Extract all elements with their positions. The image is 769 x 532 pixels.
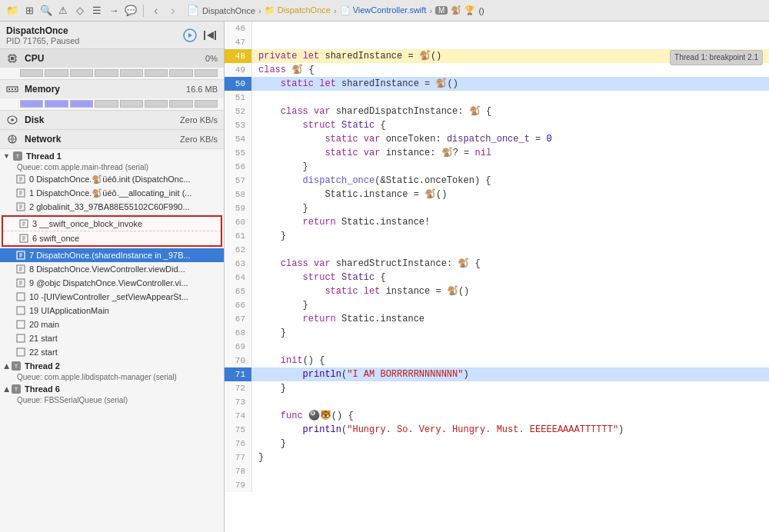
line-num-75: 75 (225, 423, 252, 437)
disk-value: Zero KB/s (180, 115, 218, 125)
arrow-right-icon[interactable]: → (108, 5, 120, 17)
code-line-54: 54 static var onceToken: dispatch_once_t… (225, 132, 769, 146)
warning-icon[interactable]: ⚠ (57, 5, 69, 17)
thread-2-group: ▶ T Thread 2 Queue: com.apple.libdispatc… (0, 359, 224, 382)
code-line-58: 58 Static.instance = 🐒() (225, 188, 769, 201)
main-area: DispatchOnce PID 71765, Paused (0, 22, 769, 532)
cpu-bar-1 (20, 69, 43, 77)
line-content-67: return Static.instance (252, 312, 769, 326)
line-content-62 (252, 243, 769, 257)
line-num-57: 57 (225, 174, 252, 188)
code-line-64: 64 struct Static { (225, 271, 769, 284)
stack-frame-0[interactable]: 0 DispatchOnce.🐒üéô.init (DispatchOnc... (0, 172, 224, 186)
cpu-header[interactable]: CPU 0% (0, 49, 224, 68)
line-num-53: 53 (225, 118, 252, 132)
thread-6-group: ▶ T Thread 6 Queue: FBSSerialQueue (seri… (0, 382, 224, 405)
line-num-74: 74 (225, 409, 252, 423)
breadcrumb-file[interactable]: 📄 ViewController.swift (340, 5, 427, 15)
line-num-73: 73 (225, 395, 252, 409)
line-num-62: 62 (225, 243, 252, 257)
line-num-48: 48 (225, 49, 252, 63)
line-num-63: 63 (225, 257, 252, 271)
memory-bar-5 (120, 100, 143, 108)
stack-frame-19[interactable]: 19 UIApplicationMain (0, 304, 224, 318)
memory-bar-2 (45, 100, 68, 108)
breadcrumb-dispatch-once-1[interactable]: DispatchOnce (202, 6, 255, 15)
diamond-icon[interactable]: ◇ (74, 5, 86, 17)
line-content-46 (252, 22, 769, 35)
line-content-59: } (252, 201, 769, 215)
list-icon[interactable]: ☰ (91, 5, 103, 17)
disk-header[interactable]: Disk Zero KB/s (0, 111, 224, 129)
line-content-70: init() { (252, 354, 769, 367)
cpu-bar-area (0, 68, 224, 79)
memory-bar-4 (95, 100, 118, 108)
grid-icon[interactable]: ⊞ (23, 5, 35, 17)
stack-frame-8[interactable]: 8 DispatchOnce.ViewController.viewDid... (0, 262, 224, 276)
stack-frame-1[interactable]: 1 DispatchOnce.🐒üéô.__allocating_init (.… (0, 186, 224, 200)
stack-frame-22[interactable]: 22 start (0, 345, 224, 359)
memory-header[interactable]: Memory 16.6 MB (0, 80, 224, 98)
thread-6-header[interactable]: ▶ T Thread 6 (0, 382, 224, 396)
line-content-60: return Static.instance! (252, 215, 769, 229)
thread-2-header[interactable]: ▶ T Thread 2 (0, 359, 224, 373)
frame-7-text: 7 DispatchOnce.(sharedInstance in _97B..… (29, 251, 221, 260)
stack-frame-3[interactable]: 3 __swift_once_block_invoke (3, 217, 221, 231)
line-num-77: 77 (225, 451, 252, 464)
frame-9-icon (15, 278, 26, 288)
code-line-63: 63 class var sharedStructInstance: 🐒 { (225, 257, 769, 271)
frame-7-icon (15, 250, 26, 261)
stack-frame-21[interactable]: 21 start (0, 331, 224, 345)
line-num-46: 46 (225, 22, 252, 35)
line-num-78: 78 (225, 464, 252, 478)
breadcrumb-emoji2: 🏆 (464, 5, 475, 15)
line-content-50: static let sharedInstance = 🐒() (252, 77, 769, 91)
line-content-58: Static.instance = 🐒() (252, 188, 769, 201)
back-button[interactable]: ‹ (150, 5, 162, 17)
frame-22-text: 22 start (29, 347, 221, 357)
line-content-69 (252, 340, 769, 354)
frame-19-icon (15, 305, 26, 316)
stack-frame-20[interactable]: 20 main (0, 318, 224, 331)
memory-bar-8 (195, 100, 218, 108)
thread-6-queue: Queue: FBSSerialQueue (serial) (0, 396, 224, 405)
process-name: DispatchOnce (6, 25, 79, 36)
network-section: Network Zero KB/s (0, 130, 224, 149)
line-num-55: 55 (225, 146, 252, 160)
stack-frame-10[interactable]: 10 -[UIViewController _setViewAppearSt..… (0, 290, 224, 304)
stack-frame-9[interactable]: 9 @objc DispatchOnce.ViewController.vi..… (0, 276, 224, 290)
code-line-50: 50 static let sharedInstance = 🐒() (225, 77, 769, 91)
cpu-bar-4 (95, 69, 118, 77)
speech-icon[interactable]: 💬 (125, 5, 137, 17)
network-header[interactable]: Network Zero KB/s (0, 130, 224, 148)
svg-rect-4 (11, 57, 14, 60)
frame-9-text: 9 @objc DispatchOnce.ViewController.vi..… (29, 278, 221, 288)
continue-button[interactable] (182, 28, 198, 43)
svg-rect-56 (17, 307, 25, 314)
code-area[interactable]: 46 47 48 private let sharedInstance = 🐒(… (225, 22, 769, 532)
step-button[interactable] (202, 28, 218, 43)
svg-text:T: T (15, 363, 18, 370)
stack-frame-6[interactable]: 6 swift_once (3, 231, 221, 245)
breadcrumb-M: M (435, 6, 448, 15)
cpu-bar-2 (45, 69, 68, 77)
stack-frame-2[interactable]: 2 globalinit_33_97BA88E55102C60F990... (0, 200, 224, 214)
forward-button[interactable]: › (167, 5, 179, 17)
stack-frame-7[interactable]: 7 DispatchOnce.(sharedInstance in _97B..… (0, 248, 224, 262)
code-line-48: 48 private let sharedInstance = 🐒() Thre… (225, 49, 769, 63)
folder-icon[interactable]: 📁 (6, 5, 18, 17)
search-icon[interactable]: 🔍 (40, 5, 52, 17)
line-content-66: } (252, 298, 769, 312)
frame-21-icon (15, 333, 26, 344)
process-controls (182, 28, 218, 43)
line-content-57: dispatch_once(&Static.onceToken) { (252, 174, 769, 188)
line-num-52: 52 (225, 105, 252, 118)
thread-2-icon: T (11, 361, 22, 371)
code-line-55: 55 static var instance: 🐒? = nil (225, 146, 769, 160)
line-num-49: 49 (225, 63, 252, 77)
code-line-51: 51 (225, 91, 769, 105)
line-content-53: struct Static { (252, 118, 769, 132)
line-content-52: class var sharedDispatchInstance: 🐒 { (252, 105, 769, 118)
thread-1-header[interactable]: ▼ T Thread 1 (0, 149, 224, 163)
breadcrumb-folder[interactable]: 📁 DispatchOnce (265, 5, 331, 15)
